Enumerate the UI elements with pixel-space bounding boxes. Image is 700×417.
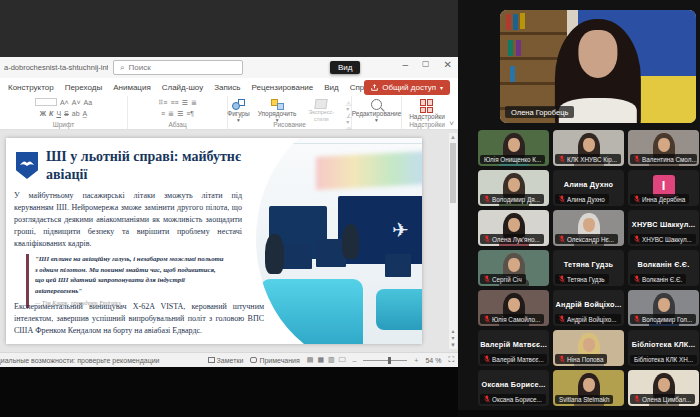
main-speaker-video[interactable]: Олена Горобець: [500, 10, 696, 123]
avatar-face: [508, 298, 520, 312]
editing-group: Редактирование▾: [352, 96, 402, 129]
muted-mic-icon: [634, 235, 640, 243]
participant-display-name: Волканін Є.Є.: [628, 260, 699, 269]
participant-tile[interactable]: Юлія Самойло...: [478, 290, 549, 326]
slideshow-icon[interactable]: 🖵: [339, 356, 346, 364]
screenshot-root: a-dobrochesnist-ta-shtuchnij-intelekt - …: [0, 0, 700, 417]
participant-tile[interactable]: Тетяна ГудзьТетяна Гудзь: [553, 250, 624, 286]
participant-tile[interactable]: Оксана Борисе...Оксана Борисе...: [478, 370, 549, 406]
participant-tile[interactable]: ХНУВС Шаккул...ХНУВС Шаккул...: [628, 210, 699, 246]
ribbon-tab[interactable]: Рецензирование: [251, 83, 313, 92]
shared-screen-letterbox: [0, 0, 458, 57]
share-icon: [371, 84, 378, 91]
comments-icon: [250, 357, 257, 363]
slide-title: ШІ у льотній справі: майбутнє авіації: [46, 148, 246, 185]
screen-share-bottom-letterbox: [0, 367, 458, 417]
maximize-button[interactable]: ▢: [422, 59, 430, 70]
participant-name-label: Бібліотека КЛК ХН...: [630, 355, 697, 364]
participant-tile[interactable]: Валентина Смол...: [628, 130, 699, 166]
ribbon-tab[interactable]: Вид: [324, 83, 338, 92]
participant-tile[interactable]: Олександр Нє...: [553, 210, 624, 246]
participant-tile[interactable]: Володимир Гол...: [628, 290, 699, 326]
status-bar: Специальные возможности: проверьте реком…: [0, 352, 458, 367]
muted-mic-icon: [559, 235, 565, 243]
muted-mic-icon: [634, 275, 640, 283]
avatar-face: [658, 298, 670, 312]
addins-icon: [420, 99, 434, 113]
participant-tile[interactable]: Ніна Попова: [553, 330, 624, 366]
muted-mic-icon: [484, 355, 490, 363]
avatar-face: [583, 378, 595, 392]
zoom-slider-thumb[interactable]: [388, 357, 391, 364]
close-button[interactable]: ✕: [444, 59, 452, 70]
participant-name-label: Юлія Онищенко К...: [480, 155, 545, 164]
slide-canvas-area: ШІ у льотній справі: майбутнє авіації У …: [0, 130, 458, 352]
person-silhouette: [265, 234, 284, 274]
participant-tile[interactable]: Алина ДухноАлина Духно: [553, 170, 624, 206]
zoom-in-icon[interactable]: +: [414, 357, 418, 364]
participant-tile[interactable]: Олена Цимбал...: [628, 370, 699, 406]
muted-mic-icon: [559, 155, 565, 163]
editing-button[interactable]: Редактирование▾: [352, 99, 401, 124]
muted-mic-icon: [559, 355, 565, 363]
muted-mic-icon: [634, 155, 640, 163]
document-title: a-dobrochesnist-ta-shtuchnij-intelekt - …: [4, 63, 108, 72]
bird-icon: [19, 158, 35, 170]
participant-tile[interactable]: Валерій Матвєє...Валерій Матвєє...: [478, 330, 549, 366]
avatar-face: [508, 258, 520, 272]
addins-group: Надстройки Надстройки: [402, 96, 452, 129]
participant-tile[interactable]: Володимир Дя...: [478, 170, 549, 206]
minimize-button[interactable]: –: [402, 59, 408, 70]
participant-display-name: Андрій Войціхо...: [553, 300, 624, 309]
paragraph-group: ⠿≡≡≡☰≣ ≡≣☰≡¶ Абзац: [128, 96, 228, 129]
participant-name-label: Олена Цимбал...: [630, 394, 695, 404]
participant-name-label: Андрій Войціхо...: [555, 314, 621, 324]
notes-button[interactable]: Заметки: [208, 357, 244, 364]
muted-mic-icon: [559, 195, 565, 203]
avatar-face: [658, 138, 670, 152]
participant-tile[interactable]: Бібліотека КЛК...Бібліотека КЛК ХН...: [628, 330, 699, 366]
participant-tile[interactable]: Андрій Войціхо...Андрій Войціхо...: [553, 290, 624, 326]
muted-mic-icon: [484, 275, 490, 283]
accessibility-status[interactable]: Специальные возможности: проверьте реком…: [0, 357, 160, 364]
muted-mic-icon: [484, 315, 490, 323]
collapse-ribbon-icon[interactable]: ˅: [449, 119, 454, 128]
drawing-group: Фигуры▾ Упорядочить▾ Экспресс-стили ◬ ▾∠…: [228, 96, 352, 129]
vertical-scrollbar[interactable]: ▲ ▴▾▼: [449, 133, 457, 349]
participant-name-label: Инна Дерябіна: [630, 194, 689, 204]
comments-button[interactable]: Примечания: [250, 357, 299, 364]
normal-view-icon[interactable]: ▤: [307, 356, 314, 364]
zoom-slider[interactable]: [363, 360, 407, 361]
participant-tile[interactable]: Юлія Онищенко К...: [478, 130, 549, 166]
avatar-face: [583, 218, 595, 232]
fit-to-window-icon[interactable]: ⛶: [448, 355, 454, 365]
reading-view-icon[interactable]: ▥: [328, 356, 335, 364]
title-bar: a-dobrochesnist-ta-shtuchnij-intelekt - …: [0, 57, 458, 78]
ribbon-tab[interactable]: Конструктор: [8, 83, 54, 92]
participant-tile[interactable]: Svitlana Stelmakh: [553, 370, 624, 406]
speaker-name-label: Олена Горобець: [505, 106, 574, 118]
participant-name-label: Володимир Дя...: [480, 194, 544, 204]
ribbon-tab[interactable]: Переходы: [65, 83, 103, 92]
arrange-icon: [271, 99, 284, 110]
participant-tile[interactable]: КЛК ХНУВС Кір...: [553, 130, 624, 166]
participant-tile[interactable]: Олена Лук'яно...: [478, 210, 549, 246]
ribbon-tab[interactable]: Запись: [214, 83, 240, 92]
addins-button[interactable]: Надстройки: [402, 99, 452, 120]
participant-name-label: Svitlana Stelmakh: [555, 395, 613, 404]
scrollbar-thumb[interactable]: [450, 143, 456, 203]
search-input[interactable]: ⌕ Поиск: [113, 60, 243, 75]
zoom-level[interactable]: 54 %: [425, 357, 441, 364]
ribbon-tab[interactable]: Слайд-шоу: [162, 83, 203, 92]
shapes-icon: [232, 99, 245, 110]
participant-tile[interactable]: Волканін Є.Є.Волканін Є.Є.: [628, 250, 699, 286]
share-button[interactable]: Общий доступ ▾: [364, 80, 450, 95]
participant-tile[interactable]: Сергій Січ: [478, 250, 549, 286]
zoom-out-icon[interactable]: –: [352, 357, 356, 364]
participant-name-label: Юлія Самойло...: [480, 314, 544, 324]
ribbon-tab[interactable]: Анимация: [113, 83, 151, 92]
font-size-box[interactable]: [35, 98, 57, 106]
slide-sorter-icon[interactable]: ▦: [317, 356, 324, 364]
participant-name-label: Ніна Попова: [555, 354, 607, 364]
participant-tile[interactable]: ІИнна Дерябіна: [628, 170, 699, 206]
